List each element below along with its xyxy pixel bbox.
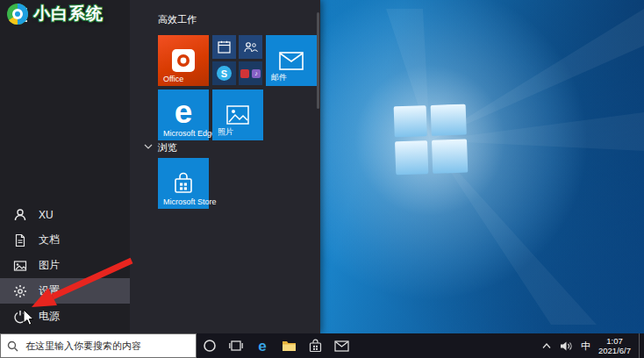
taskbar-edge-button[interactable]: e <box>249 333 275 358</box>
start-nav-settings[interactable]: 设置 <box>0 278 130 304</box>
start-nav-documents[interactable]: 文档 <box>0 227 130 253</box>
document-icon <box>13 233 27 247</box>
start-nav-pictures[interactable]: 图片 <box>0 253 130 278</box>
tile-office[interactable]: Office <box>158 35 209 86</box>
start-menu: XU 文档 图片 <box>0 0 320 333</box>
search-input[interactable] <box>24 340 190 352</box>
watermark-text: 小白系统 <box>33 3 104 25</box>
tile-people[interactable] <box>239 35 262 59</box>
edge-taskbar-icon: e <box>258 339 266 354</box>
tile-folder-apps[interactable]: ♪ <box>239 61 262 85</box>
taskbar-file-explorer-button[interactable] <box>275 333 302 358</box>
search-icon <box>7 340 18 352</box>
ime-indicator[interactable]: 中 <box>581 340 590 353</box>
tile-edge-label: Microsoft Edge <box>163 129 216 138</box>
taskbar-store-button[interactable] <box>302 333 328 358</box>
group-chevron-down-icon[interactable] <box>144 144 153 149</box>
skype-icon: S <box>217 66 232 81</box>
start-tile-panel: 高效工作 Office <box>130 0 320 333</box>
tile-store-label: Microsoft Store <box>163 197 217 206</box>
tile-office-label: Office <box>163 75 183 83</box>
cortana-icon <box>203 339 217 353</box>
tile-microsoft-store[interactable]: Microsoft Store <box>158 158 209 209</box>
start-nav-pictures-label: 图片 <box>39 258 60 273</box>
watermark: 小白系统 <box>6 3 104 25</box>
user-icon <box>13 208 27 222</box>
power-icon <box>13 310 27 324</box>
start-menu-scrollbar[interactable] <box>317 12 319 109</box>
start-nav-user[interactable]: XU <box>0 202 130 227</box>
tray-chevron-up-icon[interactable] <box>541 342 552 349</box>
show-desktop-button[interactable] <box>639 333 644 358</box>
tile-photos[interactable]: 照片 <box>212 90 263 140</box>
file-explorer-icon <box>282 340 297 352</box>
taskbar-cortana-button[interactable] <box>197 333 223 358</box>
taskbar-search[interactable] <box>0 333 197 358</box>
task-view-icon <box>229 340 243 352</box>
edge-icon: e <box>175 96 193 128</box>
taskbar-clock[interactable]: 1:07 2021/6/7 <box>598 336 631 355</box>
start-nav: XU 文档 图片 <box>0 202 130 329</box>
store-taskbar-icon <box>309 339 322 353</box>
picture-icon <box>13 259 27 273</box>
tile-group-title-explore: 浏览 <box>158 141 177 154</box>
clock-date: 2021/6/7 <box>598 346 631 355</box>
tile-group-title-productivity: 高效工作 <box>158 13 197 26</box>
office-icon <box>172 49 195 72</box>
gear-icon <box>13 284 27 298</box>
windows-hero-logo <box>333 9 644 325</box>
photos-icon <box>226 105 249 125</box>
tile-mail[interactable]: 邮件 <box>266 35 317 86</box>
tile-photos-label: 照片 <box>218 126 233 138</box>
mail-taskbar-icon <box>334 340 349 352</box>
system-tray: 中 1:07 2021/6/7 <box>541 333 644 358</box>
taskbar: e <box>0 333 644 358</box>
groove-icon: ♪ <box>252 69 261 78</box>
volume-icon[interactable] <box>560 340 573 352</box>
tile-skype[interactable]: S <box>212 61 236 85</box>
start-nav-documents-label: 文档 <box>39 233 60 247</box>
clock-time: 1:07 <box>598 336 631 346</box>
screen: XU 文档 图片 <box>0 0 644 358</box>
tile-edge[interactable]: e Microsoft Edge <box>158 90 209 140</box>
start-rail: XU 文档 图片 <box>0 0 130 333</box>
tile-mail-label: 邮件 <box>271 72 287 83</box>
mail-icon <box>279 52 304 70</box>
store-bag-icon <box>173 172 194 195</box>
taskbar-task-view-button[interactable] <box>223 333 249 358</box>
calendar-icon <box>218 40 231 54</box>
news-icon <box>240 69 249 78</box>
taskbar-mail-button[interactable] <box>328 333 354 358</box>
start-nav-settings-label: 设置 <box>39 283 60 298</box>
start-nav-power-label: 电源 <box>39 309 60 324</box>
start-nav-power[interactable]: 电源 <box>0 304 130 329</box>
people-icon <box>244 41 258 54</box>
tile-calendar[interactable] <box>212 35 236 59</box>
xiaobai-logo-icon <box>6 3 29 25</box>
start-nav-user-label: XU <box>39 209 54 221</box>
